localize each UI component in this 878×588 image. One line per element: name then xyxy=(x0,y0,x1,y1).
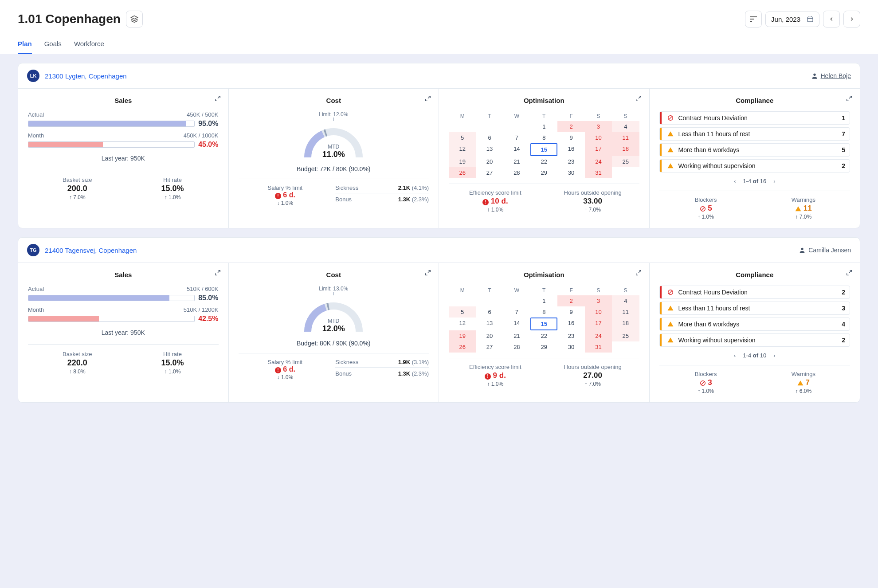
compliance-item[interactable]: Working without supervision 2 xyxy=(659,159,851,172)
cal-day[interactable]: 17 xyxy=(585,143,612,156)
cal-day[interactable]: 18 xyxy=(612,318,639,330)
layers-icon-button[interactable] xyxy=(126,11,143,27)
cal-day[interactable]: 21 xyxy=(503,330,530,341)
cal-day[interactable]: 14 xyxy=(503,318,530,330)
cal-day[interactable] xyxy=(449,121,476,132)
compliance-item[interactable]: More than 6 workdays 4 xyxy=(659,318,851,331)
cal-day[interactable]: 7 xyxy=(503,132,530,143)
cal-day[interactable]: 3 xyxy=(585,295,612,306)
cal-day[interactable]: 11 xyxy=(612,306,639,318)
cal-day[interactable]: 4 xyxy=(612,295,639,306)
cal-day[interactable]: 12 xyxy=(449,143,476,156)
cal-day[interactable]: 19 xyxy=(449,156,476,167)
cal-day[interactable] xyxy=(449,295,476,306)
cal-day[interactable] xyxy=(476,295,503,306)
cal-day[interactable]: 15 xyxy=(530,318,557,330)
cal-day[interactable]: 22 xyxy=(530,156,557,167)
next-month-button[interactable] xyxy=(843,11,860,27)
cal-day[interactable]: 23 xyxy=(557,330,584,341)
expand-button[interactable] xyxy=(214,269,221,276)
cal-day[interactable]: 5 xyxy=(449,306,476,318)
page-prev[interactable]: ‹ xyxy=(731,351,738,360)
cal-day[interactable]: 31 xyxy=(585,341,612,353)
cal-day[interactable]: 2 xyxy=(557,295,584,306)
expand-button[interactable] xyxy=(424,95,431,102)
store-name[interactable]: 21300 Lygten, Copenhagen xyxy=(45,72,127,80)
cal-day[interactable]: 26 xyxy=(449,341,476,353)
cal-day[interactable]: 25 xyxy=(612,156,639,167)
cal-day[interactable]: 28 xyxy=(503,341,530,353)
cal-day[interactable]: 13 xyxy=(476,318,503,330)
cal-day[interactable]: 6 xyxy=(476,132,503,143)
cal-day[interactable]: 25 xyxy=(612,330,639,341)
cal-day[interactable]: 27 xyxy=(476,167,503,178)
cal-day[interactable]: 22 xyxy=(530,330,557,341)
cal-day[interactable]: 29 xyxy=(530,167,557,178)
manager-link[interactable]: Camilla Jensen xyxy=(799,247,851,254)
compliance-item[interactable]: Working without supervision 2 xyxy=(659,333,851,347)
cal-day[interactable]: 20 xyxy=(476,156,503,167)
cal-day[interactable] xyxy=(612,341,639,353)
tab-workforce[interactable]: Workforce xyxy=(74,40,104,54)
cal-day[interactable]: 21 xyxy=(503,156,530,167)
cal-day[interactable]: 1 xyxy=(530,121,557,132)
expand-button[interactable] xyxy=(214,95,221,102)
cal-day[interactable]: 30 xyxy=(557,167,584,178)
cal-day[interactable]: 14 xyxy=(503,143,530,156)
tab-plan[interactable]: Plan xyxy=(18,40,32,54)
cal-day[interactable]: 9 xyxy=(557,306,584,318)
cal-day[interactable]: 28 xyxy=(503,167,530,178)
sort-button[interactable] xyxy=(745,11,762,27)
page-next[interactable]: › xyxy=(771,177,778,185)
cal-day[interactable]: 19 xyxy=(449,330,476,341)
cal-day[interactable]: 17 xyxy=(585,318,612,330)
cal-day[interactable]: 11 xyxy=(612,132,639,143)
cal-day[interactable]: 3 xyxy=(585,121,612,132)
compliance-item[interactable]: Contract Hours Deviation 1 xyxy=(659,111,851,125)
cal-day[interactable]: 26 xyxy=(449,167,476,178)
page-next[interactable]: › xyxy=(771,351,778,360)
store-name[interactable]: 21400 Tagensvej, Copenhagen xyxy=(45,247,137,254)
cal-day[interactable]: 8 xyxy=(530,132,557,143)
compliance-item[interactable]: Contract Hours Deviation 2 xyxy=(659,286,851,299)
cal-day[interactable]: 29 xyxy=(530,341,557,353)
cal-day[interactable]: 10 xyxy=(585,132,612,143)
cal-day[interactable] xyxy=(476,121,503,132)
cal-day[interactable]: 23 xyxy=(557,156,584,167)
cal-day[interactable]: 27 xyxy=(476,341,503,353)
cal-day[interactable] xyxy=(503,121,530,132)
cal-day[interactable] xyxy=(503,295,530,306)
cal-day[interactable]: 18 xyxy=(612,143,639,156)
compliance-item[interactable]: Less than 11 hours of rest 3 xyxy=(659,302,851,315)
cal-day[interactable]: 10 xyxy=(585,306,612,318)
expand-button[interactable] xyxy=(846,269,853,276)
expand-button[interactable] xyxy=(635,269,642,276)
cal-day[interactable]: 15 xyxy=(530,143,557,156)
cal-day[interactable]: 4 xyxy=(612,121,639,132)
cal-day[interactable]: 2 xyxy=(557,121,584,132)
cal-day[interactable] xyxy=(612,167,639,178)
compliance-item[interactable]: Less than 11 hours of rest 7 xyxy=(659,127,851,141)
cal-day[interactable]: 30 xyxy=(557,341,584,353)
manager-link[interactable]: Helen Boje xyxy=(811,72,851,79)
expand-button[interactable] xyxy=(635,95,642,102)
cal-day[interactable]: 24 xyxy=(585,330,612,341)
cal-day[interactable]: 13 xyxy=(476,143,503,156)
cal-day[interactable]: 1 xyxy=(530,295,557,306)
cal-day[interactable]: 31 xyxy=(585,167,612,178)
expand-button[interactable] xyxy=(424,269,431,276)
date-picker[interactable]: Jun, 2023 xyxy=(765,12,819,27)
cal-day[interactable]: 8 xyxy=(530,306,557,318)
cal-day[interactable]: 5 xyxy=(449,132,476,143)
cal-day[interactable]: 9 xyxy=(557,132,584,143)
cal-day[interactable]: 16 xyxy=(557,143,584,156)
cal-day[interactable]: 7 xyxy=(503,306,530,318)
compliance-item[interactable]: More than 6 workdays 5 xyxy=(659,143,851,157)
tab-goals[interactable]: Goals xyxy=(44,40,62,54)
prev-month-button[interactable] xyxy=(823,11,840,27)
expand-button[interactable] xyxy=(846,95,853,102)
cal-day[interactable]: 20 xyxy=(476,330,503,341)
cal-day[interactable]: 16 xyxy=(557,318,584,330)
cal-day[interactable]: 6 xyxy=(476,306,503,318)
page-prev[interactable]: ‹ xyxy=(731,177,738,185)
